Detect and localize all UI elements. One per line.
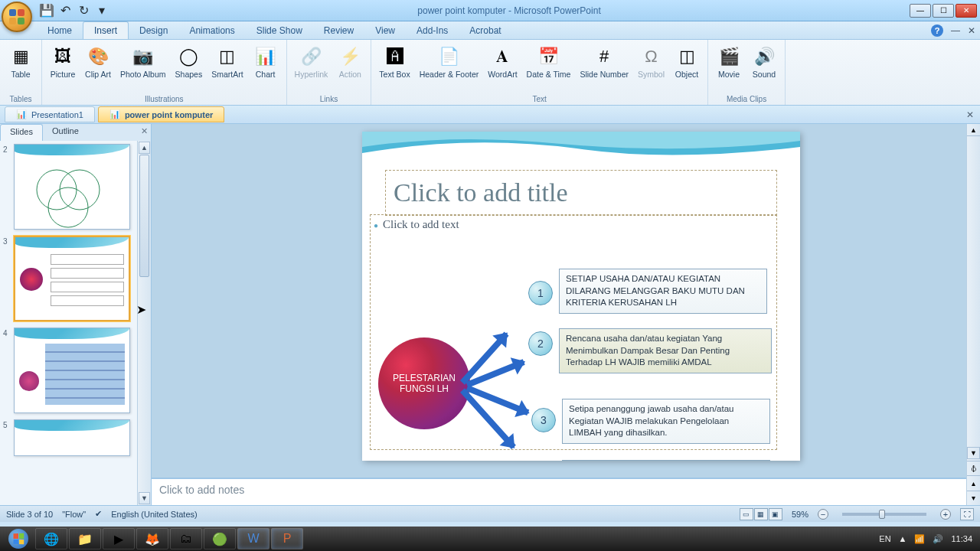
doctab-powerpointkomputer[interactable]: 📊power point komputer (98, 106, 225, 122)
tray-lang[interactable]: EN (879, 534, 890, 543)
center-circle[interactable]: PELESTARIAN FUNGSI LH (378, 337, 470, 429)
scroll-up-icon[interactable]: ▲ (967, 124, 980, 136)
headerfooter-button[interactable]: 📄Header & Footer (416, 43, 482, 81)
movie-button[interactable]: 🎬Movie (713, 43, 745, 81)
slideshow-view-button[interactable]: ▣ (769, 508, 782, 520)
close-button[interactable]: ✕ (956, 4, 977, 18)
hyperlink-button: 🔗Hyperlink (292, 43, 332, 81)
tab-review[interactable]: Review (313, 22, 364, 39)
tab-animations[interactable]: Animations (178, 22, 245, 39)
tab-addins[interactable]: Add-Ins (406, 22, 459, 39)
titlebar: 💾 ↶ ↻ ▾ power point komputer - Microsoft… (0, 0, 980, 21)
minimize-ribbon-icon[interactable]: — (951, 25, 960, 36)
tab-design[interactable]: Design (129, 22, 178, 39)
slide-thumb-4[interactable] (14, 328, 130, 413)
taskbar-app2[interactable]: 🟢 (204, 528, 236, 549)
smartart-icon: ◫ (215, 44, 240, 69)
sorter-view-button[interactable]: ▦ (754, 508, 768, 520)
prev-slide-icon[interactable]: ⦽ (967, 461, 980, 475)
close-doc-icon[interactable]: ✕ (968, 25, 975, 36)
slide-canvas[interactable]: Click to add title Click to add text PEL… (362, 132, 800, 461)
office-button[interactable] (2, 2, 32, 32)
taskbar-media[interactable]: ▶ (103, 528, 135, 549)
textbox-button[interactable]: 🅰Text Box (376, 43, 413, 81)
wordart-button[interactable]: 𝐀WordArt (485, 43, 520, 81)
tray-volume-icon[interactable]: 🔊 (933, 534, 943, 544)
zoom-in-button[interactable]: + (940, 509, 951, 520)
headerfooter-icon: 📄 (436, 44, 461, 69)
tab-home[interactable]: Home (37, 22, 83, 39)
object-button[interactable]: ◫Object (671, 43, 703, 81)
minimize-button[interactable]: — (910, 4, 931, 18)
qat-more-icon[interactable]: ▾ (95, 4, 109, 18)
zoom-out-button[interactable]: − (818, 509, 828, 520)
picture-button[interactable]: 🖼Picture (47, 43, 79, 81)
slide-thumb-3[interactable] (14, 236, 130, 321)
datetime-button[interactable]: 📅Date & Time (524, 43, 574, 81)
shapes-button[interactable]: ◯Shapes (172, 43, 206, 81)
taskbar-powerpoint[interactable]: P (271, 528, 303, 549)
scroll-thumb[interactable] (139, 155, 149, 277)
doctab-presentation1[interactable]: 📊Presentation1 (5, 106, 95, 122)
text-box-1[interactable]: SETIAP USAHA DAN/ATAU KEGIATAN DILARANG … (559, 269, 767, 314)
notes-pane[interactable]: Click to add notes (152, 478, 980, 505)
redo-icon[interactable]: ↻ (77, 4, 90, 18)
body-placeholder[interactable]: Click to add text PELESTARIAN FUNGSI LH … (370, 214, 777, 450)
scroll-up-icon[interactable]: ▲ (139, 142, 150, 154)
clipart-button[interactable]: 🎨Clip Art (82, 43, 114, 81)
slidenumber-button[interactable]: #Slide Number (577, 43, 632, 81)
maximize-button[interactable]: ☐ (933, 4, 954, 18)
text-box-2[interactable]: Rencana usaha dan/atau kegiatan Yang Men… (559, 328, 772, 373)
taskbar-app1[interactable]: 🗂 (170, 528, 202, 549)
slide-thumb-2[interactable] (14, 144, 130, 230)
fit-window-button[interactable]: ⛶ (960, 508, 974, 520)
sidepanel-close-icon[interactable]: ✕ (141, 126, 148, 136)
zoom-level[interactable]: 59% (792, 510, 808, 519)
sound-button[interactable]: 🔊Sound (748, 43, 780, 81)
photoalbum-button[interactable]: 📷Photo Album (117, 43, 169, 81)
spellcheck-icon[interactable]: ✔ (95, 509, 102, 519)
nav-down-icon[interactable]: ▾ (967, 491, 980, 505)
sidetab-slides[interactable]: Slides (0, 124, 43, 141)
scroll-down-icon[interactable]: ▼ (139, 492, 150, 504)
doctabs-close-icon[interactable]: ✕ (966, 109, 974, 120)
taskbar-word[interactable]: W (237, 528, 270, 549)
text-box-3[interactable]: Setipa penanggung jawab usaha dan/atau K… (562, 399, 770, 444)
text-box-4[interactable]: Setiap penanggungjawab usaha dan/atau Ke… (562, 460, 770, 461)
slide-thumb-5[interactable] (14, 419, 130, 456)
action-icon: ⚡ (338, 44, 362, 69)
zoom-slider[interactable] (842, 513, 926, 516)
title-placeholder[interactable]: Click to add title (385, 170, 777, 216)
smartart-button[interactable]: ◫SmartArt (208, 43, 246, 81)
tray-flag-icon[interactable]: ▲ (899, 534, 907, 543)
table-button[interactable]: ▦Table (5, 43, 37, 81)
tray-clock[interactable]: 11:34 (951, 534, 972, 543)
help-icon[interactable]: ? (931, 24, 943, 37)
editor-scrollbar[interactable]: ▲ ▼ ⦽ ▴ ▾ (966, 124, 980, 505)
scroll-down-icon[interactable]: ▼ (967, 447, 980, 459)
status-language[interactable]: English (United States) (111, 510, 198, 519)
thumbs-scrollbar[interactable]: ▲ ▼ (137, 141, 151, 505)
picture-icon: 🖼 (51, 44, 75, 69)
tab-slideshow[interactable]: Slide Show (246, 22, 313, 39)
tab-view[interactable]: View (364, 22, 406, 39)
save-icon[interactable]: 💾 (40, 4, 54, 18)
tab-acrobat[interactable]: Acrobat (459, 22, 511, 39)
taskbar-firefox[interactable]: 🦊 (136, 528, 168, 549)
status-bar: Slide 3 of 10 "Flow" ✔ English (United S… (0, 505, 980, 522)
nav-up-icon[interactable]: ▴ (967, 475, 980, 490)
chart-button[interactable]: 📊Chart (250, 43, 282, 81)
group-text-label: Text (371, 95, 707, 105)
sidetab-outline[interactable]: Outline (43, 124, 88, 141)
number-circle-3[interactable]: 3 (531, 408, 556, 432)
system-tray: EN ▲ 📶 🔊 11:34 (879, 534, 977, 544)
tray-network-icon[interactable]: 📶 (914, 534, 925, 544)
normal-view-button[interactable]: ▭ (740, 508, 753, 520)
start-button[interactable] (3, 528, 34, 549)
undo-icon[interactable]: ↶ (58, 4, 72, 18)
taskbar-explorer[interactable]: 📁 (69, 528, 101, 549)
number-circle-2[interactable]: 2 (528, 331, 553, 356)
number-circle-1[interactable]: 1 (528, 281, 553, 305)
tab-insert[interactable]: Insert (83, 21, 129, 39)
taskbar-ie[interactable]: 🌐 (35, 528, 67, 549)
